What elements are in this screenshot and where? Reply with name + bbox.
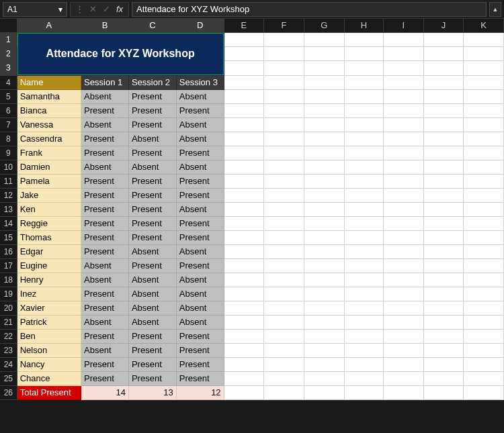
header-session-1[interactable]: Session 1: [81, 75, 129, 89]
cell[interactable]: [224, 174, 264, 188]
attendance-cell[interactable]: Absent: [176, 117, 224, 132]
attendance-cell[interactable]: Present: [176, 258, 224, 273]
row-header-9[interactable]: 9: [0, 146, 17, 160]
cell[interactable]: [344, 61, 383, 75]
cell[interactable]: [423, 174, 464, 188]
cell[interactable]: [264, 160, 304, 174]
cell[interactable]: [264, 202, 304, 216]
cell[interactable]: [224, 385, 264, 399]
cell[interactable]: [304, 385, 344, 399]
cell[interactable]: [464, 258, 504, 273]
row-header-13[interactable]: 13: [0, 202, 17, 216]
cell[interactable]: [384, 202, 424, 216]
cell[interactable]: [384, 258, 424, 273]
cell[interactable]: [344, 329, 383, 343]
cell[interactable]: [423, 216, 464, 230]
cell[interactable]: [224, 273, 264, 287]
cell[interactable]: [224, 103, 264, 117]
cell[interactable]: [464, 385, 504, 399]
cell[interactable]: [423, 258, 464, 273]
cell[interactable]: [264, 371, 304, 385]
cell[interactable]: [384, 244, 424, 258]
attendance-cell[interactable]: Present: [81, 146, 129, 160]
cell[interactable]: [264, 315, 304, 329]
cell[interactable]: [344, 75, 383, 89]
attendance-cell[interactable]: Present: [128, 371, 176, 385]
row-header-11[interactable]: 11: [0, 174, 17, 188]
cell[interactable]: [264, 46, 304, 60]
cell[interactable]: [423, 329, 464, 343]
attendance-cell[interactable]: Present: [81, 188, 129, 202]
attendance-cell[interactable]: Absent: [176, 273, 224, 287]
attendance-cell[interactable]: Present: [81, 287, 129, 301]
cell[interactable]: [264, 273, 304, 287]
attendance-cell[interactable]: Absent: [176, 315, 224, 329]
cell[interactable]: [224, 132, 264, 146]
attendance-cell[interactable]: Present: [128, 117, 176, 132]
cell[interactable]: [423, 357, 464, 371]
cell[interactable]: [304, 146, 344, 160]
header-session-2[interactable]: Session 2: [128, 75, 176, 89]
cell[interactable]: [264, 385, 304, 399]
col-header-G[interactable]: G: [304, 19, 344, 32]
row-header-8[interactable]: 8: [0, 132, 17, 146]
cell[interactable]: [423, 343, 464, 357]
attendance-cell[interactable]: Present: [128, 146, 176, 160]
cell[interactable]: [464, 273, 504, 287]
cell[interactable]: [464, 160, 504, 174]
formula-input[interactable]: [132, 2, 487, 17]
col-header-J[interactable]: J: [423, 19, 464, 32]
cell[interactable]: [224, 75, 264, 89]
col-header-I[interactable]: I: [384, 19, 424, 32]
attendance-cell[interactable]: Absent: [176, 132, 224, 146]
cell[interactable]: [464, 132, 504, 146]
name-cell[interactable]: Chance: [17, 371, 81, 385]
cell[interactable]: [464, 301, 504, 315]
cell[interactable]: [224, 216, 264, 230]
cell[interactable]: [423, 244, 464, 258]
row-header-20[interactable]: 20: [0, 301, 17, 315]
attendance-cell[interactable]: Absent: [176, 244, 224, 258]
attendance-cell[interactable]: Absent: [176, 160, 224, 174]
cell[interactable]: [384, 216, 424, 230]
cell[interactable]: [384, 343, 424, 357]
attendance-cell[interactable]: Absent: [128, 315, 176, 329]
selection-handle[interactable]: [222, 73, 224, 76]
cell[interactable]: [304, 61, 344, 75]
attendance-cell[interactable]: Present: [81, 216, 129, 230]
attendance-cell[interactable]: Absent: [128, 132, 176, 146]
cell[interactable]: [264, 89, 304, 103]
row-header-22[interactable]: 22: [0, 329, 17, 343]
attendance-cell[interactable]: Present: [176, 146, 224, 160]
cell[interactable]: [464, 315, 504, 329]
cell[interactable]: [464, 103, 504, 117]
name-cell[interactable]: Reggie: [17, 216, 81, 230]
cell[interactable]: [344, 357, 383, 371]
cell[interactable]: [264, 216, 304, 230]
attendance-cell[interactable]: Absent: [176, 301, 224, 315]
cell[interactable]: [224, 46, 264, 60]
cell[interactable]: [423, 230, 464, 244]
cell[interactable]: [344, 315, 383, 329]
row-header-17[interactable]: 17: [0, 258, 17, 273]
cell[interactable]: [304, 174, 344, 188]
cell[interactable]: [344, 258, 383, 273]
cell[interactable]: [224, 244, 264, 258]
cell[interactable]: [423, 202, 464, 216]
cell[interactable]: [224, 258, 264, 273]
confirm-icon[interactable]: ✓: [100, 4, 112, 14]
cell[interactable]: [344, 174, 383, 188]
cell[interactable]: [224, 287, 264, 301]
col-header-A[interactable]: A: [17, 19, 81, 32]
attendance-cell[interactable]: Absent: [81, 117, 129, 132]
cell[interactable]: [384, 188, 424, 202]
name-cell[interactable]: Inez: [17, 287, 81, 301]
cell[interactable]: [304, 371, 344, 385]
attendance-cell[interactable]: Present: [176, 174, 224, 188]
name-cell[interactable]: Frank: [17, 146, 81, 160]
cell[interactable]: [224, 371, 264, 385]
name-cell[interactable]: Nancy: [17, 357, 81, 371]
name-cell[interactable]: Thomas: [17, 230, 81, 244]
col-header-D[interactable]: D: [176, 19, 224, 32]
cell[interactable]: [344, 216, 383, 230]
